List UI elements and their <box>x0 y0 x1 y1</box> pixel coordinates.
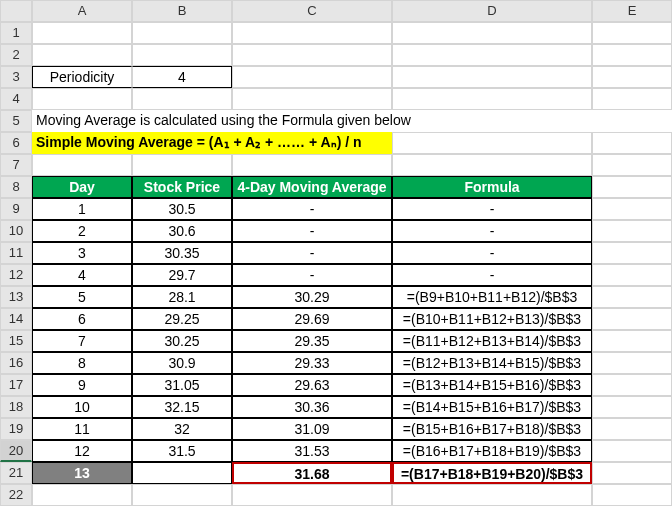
cell[interactable] <box>592 264 672 286</box>
cell[interactable] <box>32 484 132 506</box>
cell[interactable] <box>132 44 232 66</box>
cell[interactable] <box>392 66 592 88</box>
cell[interactable] <box>592 154 672 176</box>
cell[interactable] <box>592 220 672 242</box>
cell[interactable] <box>392 88 592 110</box>
row-header[interactable]: 8 <box>0 176 32 198</box>
cell-day[interactable]: 6 <box>32 308 132 330</box>
cell-day[interactable]: 2 <box>32 220 132 242</box>
cell[interactable] <box>392 44 592 66</box>
cell[interactable] <box>392 22 592 44</box>
row-header[interactable]: 6 <box>0 132 32 154</box>
cell-price[interactable]: 32.15 <box>132 396 232 418</box>
cell[interactable] <box>592 418 672 440</box>
cell-price[interactable]: 29.7 <box>132 264 232 286</box>
cell[interactable] <box>592 44 672 66</box>
cell-price[interactable]: 30.25 <box>132 330 232 352</box>
cell[interactable] <box>392 132 592 154</box>
cell[interactable] <box>592 22 672 44</box>
cell-day[interactable]: 8 <box>32 352 132 374</box>
row-header[interactable]: 4 <box>0 88 32 110</box>
cell-day[interactable]: 1 <box>32 198 132 220</box>
row-header[interactable]: 19 <box>0 418 32 440</box>
cell[interactable] <box>392 154 592 176</box>
formula-definition[interactable]: Simple Moving Average = (A₁ + A₂ + …… + … <box>32 132 392 154</box>
cell-price[interactable]: 29.25 <box>132 308 232 330</box>
row-header[interactable]: 5 <box>0 110 32 132</box>
cell[interactable] <box>592 374 672 396</box>
note-text[interactable]: Moving Average is calculated using the F… <box>32 110 672 132</box>
cell[interactable] <box>32 44 132 66</box>
cell-formula[interactable]: =(B12+B13+B14+B15)/$B$3 <box>392 352 592 374</box>
cell-formula[interactable]: =(B10+B11+B12+B13)/$B$3 <box>392 308 592 330</box>
col-header-B[interactable]: B <box>132 0 232 22</box>
cell[interactable] <box>592 462 672 484</box>
cell-ma[interactable]: 30.29 <box>232 286 392 308</box>
cell-price[interactable]: 30.5 <box>132 198 232 220</box>
last-day-cell[interactable]: 13 <box>32 462 132 484</box>
cell-ma[interactable]: 29.33 <box>232 352 392 374</box>
cell-formula[interactable]: =(B13+B14+B15+B16)/$B$3 <box>392 374 592 396</box>
row-header[interactable]: 21 <box>0 462 32 484</box>
cell[interactable] <box>592 242 672 264</box>
col-header-A[interactable]: A <box>32 0 132 22</box>
cell[interactable] <box>592 440 672 462</box>
cell[interactable] <box>32 88 132 110</box>
cell-formula[interactable]: - <box>392 264 592 286</box>
cell-ma[interactable]: 29.69 <box>232 308 392 330</box>
cell-day[interactable]: 9 <box>32 374 132 396</box>
row-header[interactable]: 11 <box>0 242 32 264</box>
cell[interactable] <box>592 308 672 330</box>
row-header[interactable]: 3 <box>0 66 32 88</box>
cell-ma[interactable]: - <box>232 242 392 264</box>
cell-formula[interactable]: - <box>392 198 592 220</box>
row-header[interactable]: 14 <box>0 308 32 330</box>
last-ma-highlight[interactable]: 31.68 <box>232 462 392 484</box>
table-header-day[interactable]: Day <box>32 176 132 198</box>
cell-formula[interactable]: =(B14+B15+B16+B17)/$B$3 <box>392 396 592 418</box>
cell[interactable] <box>592 176 672 198</box>
cell-price[interactable]: 30.9 <box>132 352 232 374</box>
cell[interactable] <box>592 396 672 418</box>
cell-ma[interactable]: 31.09 <box>232 418 392 440</box>
cell[interactable] <box>132 22 232 44</box>
cell[interactable] <box>592 352 672 374</box>
periodicity-label[interactable]: Periodicity <box>32 66 132 88</box>
cell[interactable] <box>592 132 672 154</box>
last-formula-highlight[interactable]: =(B17+B18+B19+B20)/$B$3 <box>392 462 592 484</box>
row-header[interactable]: 2 <box>0 44 32 66</box>
cell-price[interactable]: 28.1 <box>132 286 232 308</box>
periodicity-value[interactable]: 4 <box>132 66 232 88</box>
cell-ma[interactable]: - <box>232 220 392 242</box>
cell[interactable] <box>232 154 392 176</box>
row-header[interactable]: 15 <box>0 330 32 352</box>
cell-ma[interactable]: - <box>232 198 392 220</box>
cell[interactable] <box>592 286 672 308</box>
cell[interactable] <box>232 66 392 88</box>
select-all-corner[interactable] <box>0 0 32 22</box>
cell-price[interactable]: 30.35 <box>132 242 232 264</box>
cell-price[interactable]: 30.6 <box>132 220 232 242</box>
row-header[interactable]: 16 <box>0 352 32 374</box>
cell[interactable] <box>592 484 672 506</box>
cell[interactable] <box>232 88 392 110</box>
table-header-ma[interactable]: 4-Day Moving Average <box>232 176 392 198</box>
table-header-formula[interactable]: Formula <box>392 176 592 198</box>
cell[interactable] <box>392 484 592 506</box>
cell-day[interactable]: 11 <box>32 418 132 440</box>
cell[interactable] <box>132 154 232 176</box>
cell-ma[interactable]: 29.35 <box>232 330 392 352</box>
cell-day[interactable]: 7 <box>32 330 132 352</box>
cell-day[interactable]: 5 <box>32 286 132 308</box>
cell[interactable] <box>232 22 392 44</box>
cell-ma[interactable]: - <box>232 264 392 286</box>
col-header-E[interactable]: E <box>592 0 672 22</box>
row-header[interactable]: 9 <box>0 198 32 220</box>
cell-formula[interactable]: - <box>392 242 592 264</box>
cell-price[interactable]: 31.05 <box>132 374 232 396</box>
cell-ma[interactable]: 31.53 <box>232 440 392 462</box>
row-header[interactable]: 7 <box>0 154 32 176</box>
cell-day[interactable]: 4 <box>32 264 132 286</box>
cell-price[interactable]: 31.5 <box>132 440 232 462</box>
cell[interactable] <box>592 66 672 88</box>
